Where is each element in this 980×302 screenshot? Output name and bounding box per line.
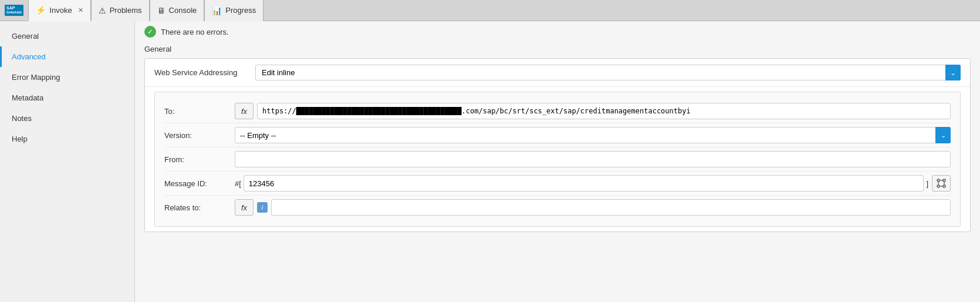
- to-url-input[interactable]: [257, 103, 951, 119]
- svg-point-1: [943, 179, 945, 182]
- version-select-wrapper: -- Empty -- ⌄: [235, 127, 951, 143]
- section-title: General: [135, 42, 980, 58]
- message-id-node-button[interactable]: [932, 175, 951, 192]
- version-select-arrow[interactable]: ⌄: [935, 127, 951, 143]
- sidebar-item-advanced[interactable]: Advanced: [0, 46, 134, 67]
- form-row-version: Version: -- Empty -- ⌄: [164, 123, 951, 147]
- svg-point-2: [937, 185, 940, 187]
- tab-progress[interactable]: 📊 Progress: [204, 0, 263, 21]
- svg-point-0: [937, 179, 940, 182]
- sidebar-item-general[interactable]: General: [0, 26, 134, 46]
- status-message: There are no errors.: [161, 28, 229, 36]
- content-area: ✓ There are no errors. General Web Servi…: [135, 21, 980, 302]
- status-bar: ✓ There are no errors.: [135, 21, 980, 42]
- version-field-wrapper: -- Empty -- ⌄: [235, 127, 951, 143]
- tab-console-label: Console: [169, 6, 197, 15]
- sidebar-item-help[interactable]: Help: [0, 129, 134, 149]
- sidebar-help-label: Help: [12, 135, 28, 143]
- tab-close-button[interactable]: ✕: [78, 6, 83, 14]
- form-row-to: To: fx: [164, 99, 951, 123]
- sidebar-advanced-label: Advanced: [12, 52, 46, 61]
- version-select[interactable]: -- Empty --: [235, 127, 951, 143]
- ws-addressing-select-wrapper: Edit inline ⌄: [255, 65, 961, 80]
- info-icon: i: [257, 202, 268, 213]
- relates-to-field-wrapper: fx i: [235, 199, 951, 216]
- message-id-prefix: #[: [235, 179, 241, 188]
- console-icon: 🖥: [157, 6, 165, 15]
- form-row-relates-to: Relates to: fx i: [164, 196, 951, 219]
- tab-bar: SAP S/4HANA ⚡ Invoke ✕ ⚠ Problems 🖥 Cons…: [0, 0, 980, 21]
- ws-addressing-select[interactable]: Edit inline: [255, 65, 961, 80]
- sidebar-item-error-mapping[interactable]: Error Mapping: [0, 67, 134, 88]
- form-row-message-id: Message ID: #[ ]: [164, 172, 951, 196]
- message-id-input[interactable]: [244, 175, 924, 192]
- form-panel: Web Service Addressing Edit inline ⌄ To:…: [144, 58, 971, 232]
- sidebar-item-metadata[interactable]: Metadata: [0, 88, 134, 108]
- tab-problems[interactable]: ⚠ Problems: [91, 0, 150, 21]
- message-id-field-wrapper: #[ ]: [235, 175, 951, 192]
- tab-progress-label: Progress: [225, 6, 256, 15]
- svg-point-3: [943, 185, 945, 187]
- to-label: To:: [164, 107, 235, 116]
- from-input[interactable]: [235, 151, 951, 167]
- from-field-wrapper: [235, 151, 951, 167]
- ws-addressing-row: Web Service Addressing Edit inline ⌄: [145, 59, 970, 87]
- version-label: Version:: [164, 131, 235, 140]
- message-id-label: Message ID:: [164, 179, 235, 188]
- sidebar-metadata-label: Metadata: [12, 93, 43, 102]
- tab-invoke[interactable]: ⚡ Invoke ✕: [28, 0, 90, 21]
- sidebar-notes-label: Notes: [12, 114, 32, 123]
- sap-logo: SAP S/4HANA: [0, 5, 28, 15]
- form-row-from: From:: [164, 147, 951, 172]
- progress-icon: 📊: [212, 6, 222, 15]
- tab-invoke-label: Invoke: [49, 6, 72, 15]
- sidebar-item-notes[interactable]: Notes: [0, 108, 134, 129]
- main-layout: General Advanced Error Mapping Metadata …: [0, 21, 980, 302]
- to-field-wrapper: fx: [235, 103, 951, 119]
- inner-form: To: fx Version: -- Empty --: [154, 92, 961, 227]
- to-fx-button[interactable]: fx: [235, 103, 254, 119]
- sidebar-error-mapping-label: Error Mapping: [12, 73, 60, 82]
- problems-icon: ⚠: [99, 6, 106, 15]
- ws-addressing-label: Web Service Addressing: [154, 68, 248, 77]
- from-label: From:: [164, 155, 235, 164]
- tab-problems-label: Problems: [110, 6, 142, 15]
- relates-to-input[interactable]: [271, 199, 951, 216]
- message-id-suffix: ]: [926, 179, 928, 188]
- relates-to-fx-button[interactable]: fx: [235, 199, 254, 216]
- invoke-icon: ⚡: [36, 5, 46, 15]
- message-id-input-wrapper: #[ ]: [235, 175, 928, 192]
- sidebar-general-label: General: [12, 32, 39, 41]
- sidebar: General Advanced Error Mapping Metadata …: [0, 21, 135, 302]
- ws-addressing-select-arrow[interactable]: ⌄: [945, 65, 961, 80]
- tab-console[interactable]: 🖥 Console: [150, 0, 205, 21]
- status-ok-icon: ✓: [144, 26, 156, 38]
- relates-to-label: Relates to:: [164, 203, 235, 212]
